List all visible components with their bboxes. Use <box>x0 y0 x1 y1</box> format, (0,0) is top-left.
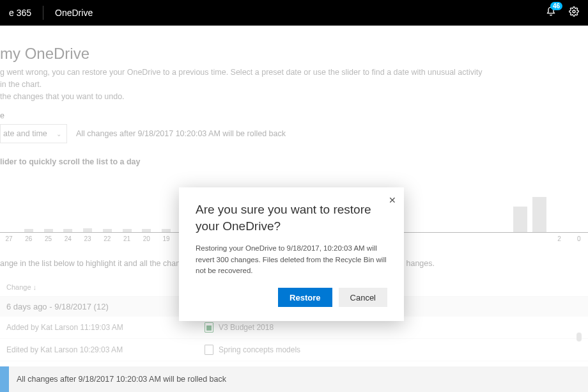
doc-file-icon <box>205 345 213 355</box>
close-button[interactable]: ✕ <box>389 195 396 205</box>
restore-button[interactable]: Restore <box>278 288 332 307</box>
select-value: ate and time <box>3 129 47 138</box>
footer-bar: All changes after 9/18/2017 10:20:03 AM … <box>0 366 588 392</box>
header-separator <box>43 6 43 20</box>
date-select[interactable]: ate and time ⌄ <box>0 124 67 143</box>
file-name: Spring concepts models <box>219 345 300 354</box>
page-title: my OneDrive <box>0 45 588 63</box>
tick-label: 2 <box>552 235 567 242</box>
top-bar: e 365 OneDrive 46 <box>0 0 588 26</box>
confirm-dialog: ✕ Are you sure you want to restore your … <box>179 187 404 321</box>
footer-accent <box>0 366 9 392</box>
tick-label: 21 <box>120 235 135 242</box>
tick-label: 27 <box>1 235 17 242</box>
suite-label[interactable]: e 365 <box>9 8 31 18</box>
svg-point-0 <box>573 10 575 13</box>
footer-text: All changes after 9/18/2017 10:20:03 AM … <box>17 375 226 384</box>
app-name[interactable]: OneDrive <box>55 8 93 18</box>
chart-bar[interactable] <box>123 229 132 232</box>
chart-bar[interactable] <box>532 197 546 232</box>
notif-badge: 46 <box>550 2 562 10</box>
chart-bar[interactable] <box>513 207 527 232</box>
tick-label <box>434 235 449 242</box>
tick-label: 22 <box>100 235 115 242</box>
file-name: V3 Budget 2018 <box>219 323 274 332</box>
slider-label: lider to quickly scroll the list to a da… <box>0 157 588 166</box>
tick-label: 26 <box>21 235 36 242</box>
tick-label <box>473 235 488 242</box>
notifications-button[interactable]: 46 <box>546 6 556 19</box>
rollback-text: All changes after 9/18/2017 10:20:03 AM … <box>76 129 286 138</box>
tick-label <box>532 235 547 242</box>
chart-bar[interactable] <box>103 229 112 232</box>
tick-label <box>513 235 528 242</box>
tick-label: 20 <box>139 235 154 242</box>
scrollbar-thumb[interactable] <box>576 333 582 341</box>
close-icon: ✕ <box>389 195 396 205</box>
chart-bar[interactable] <box>83 228 92 232</box>
chart-bar[interactable] <box>162 229 171 232</box>
page-desc-1: g went wrong, you can restore your OneDr… <box>0 67 486 91</box>
dialog-body: Restoring your OneDrive to 9/18/2017, 10… <box>196 243 387 276</box>
cancel-button[interactable]: Cancel <box>339 288 387 307</box>
tick-label: 0 <box>571 235 587 242</box>
tick-label <box>453 235 468 242</box>
page-desc-2: the changes that you want to undo. <box>0 91 486 103</box>
change-text: Added by Kat Larson 11:19:03 AM <box>6 323 205 332</box>
chart-bar[interactable] <box>24 229 33 232</box>
gear-icon <box>569 6 579 17</box>
chart-bar[interactable] <box>142 229 151 232</box>
table-row[interactable]: Edited by Kat Larson 10:29:03 AMSpring c… <box>0 339 588 361</box>
tick-label <box>493 235 508 242</box>
change-text: Edited by Kat Larson 10:29:03 AM <box>6 345 205 354</box>
tick-label: 24 <box>60 235 75 242</box>
chevron-down-icon: ⌄ <box>56 130 61 137</box>
tick-label: 19 <box>159 235 174 242</box>
chart-bar[interactable] <box>63 229 72 232</box>
chart-bar[interactable] <box>44 229 53 232</box>
list-intro: ange in the list below to highlight it a… <box>0 259 193 268</box>
tick-label: 23 <box>80 235 95 242</box>
dialog-title: Are you sure you want to restore your On… <box>196 201 375 234</box>
select-label: e <box>0 111 588 120</box>
tick-label: 25 <box>41 235 56 242</box>
list-intro-tail: hanges. <box>406 259 435 268</box>
tick-label <box>414 235 429 242</box>
xl-file-icon <box>205 322 213 333</box>
settings-button[interactable] <box>569 6 579 19</box>
